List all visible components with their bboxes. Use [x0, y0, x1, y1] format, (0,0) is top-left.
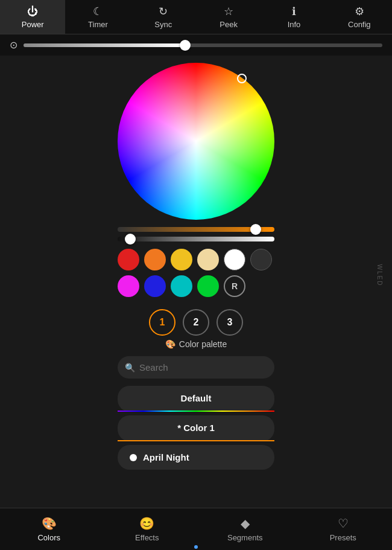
nav-item-info[interactable]: ℹ Info [261, 0, 326, 34]
preset-color1[interactable]: * Color 1 [118, 415, 274, 441]
hue-slider-thumb[interactable] [250, 224, 261, 235]
search-wrapper: 🔍 [118, 356, 274, 379]
swatch-red[interactable] [118, 249, 139, 270]
swatch-blue[interactable] [144, 275, 166, 297]
nav-label-peek: Peek [220, 20, 238, 29]
peek-icon: ☆ [224, 5, 233, 18]
preset-default[interactable]: Default [118, 386, 274, 412]
info-icon: ℹ [292, 5, 296, 18]
bottom-nav-effects-label: Effects [135, 533, 159, 542]
palette-icon: 🎨 [165, 339, 175, 349]
nav-item-sync[interactable]: ↻ Sync [131, 0, 196, 34]
brightness-icon: ⊙ [10, 39, 17, 51]
swatch-random[interactable]: R [224, 275, 245, 297]
preset-april-night[interactable]: April Night [118, 445, 274, 470]
swatch-green[interactable] [197, 275, 219, 297]
bottom-nav: 🎨 Colors 😊 Effects ◆ Segments ♡ Presets [0, 508, 392, 550]
nav-item-config[interactable]: ⚙ Config [327, 0, 392, 34]
brightness-slider[interactable] [24, 43, 382, 47]
segments-icon: ◆ [241, 516, 250, 531]
swatch-orange[interactable] [144, 249, 166, 270]
nav-label-power: Power [22, 20, 44, 29]
color-wheel[interactable] [118, 63, 274, 220]
bottom-nav-colors[interactable]: 🎨 Colors [0, 508, 98, 550]
top-nav: ⏻ Power ☾ Timer ↻ Sync ☆ Peek ℹ Info ⚙ C… [0, 0, 392, 34]
nav-item-timer[interactable]: ☾ Timer [65, 0, 130, 34]
palette-num-3[interactable]: 3 [217, 309, 243, 336]
palette-section: 1 2 3 🎨 Color palette [149, 309, 243, 349]
nav-label-sync: Sync [154, 20, 172, 29]
white-slider-thumb[interactable] [125, 234, 136, 245]
config-icon: ⚙ [355, 5, 364, 18]
sync-icon: ↻ [159, 5, 168, 18]
swatch-magenta[interactable] [118, 275, 139, 297]
bottom-nav-colors-label: Colors [37, 533, 60, 542]
colors-icon: 🎨 [42, 516, 57, 531]
swatch-row-1 [118, 249, 274, 270]
search-container: 🔍 [118, 356, 274, 379]
swatches-section: R [118, 249, 274, 302]
bottom-nav-effects[interactable]: 😊 Effects [98, 508, 197, 550]
palette-numbers: 1 2 3 [149, 309, 243, 336]
nav-label-info: Info [288, 20, 301, 29]
swatch-row-2: R [118, 275, 274, 297]
swatch-warm-white[interactable] [197, 249, 219, 270]
hue-slider[interactable] [118, 227, 274, 232]
april-night-dot [130, 454, 137, 461]
preset-april-night-label: April Night [143, 452, 189, 462]
wheel-cursor[interactable] [237, 74, 247, 83]
main-content: R 1 2 3 🎨 Color palette 🔍 Default * Colo… [0, 56, 392, 477]
wled-watermark: WLED [376, 264, 383, 286]
effects-icon: 😊 [139, 516, 154, 531]
search-input[interactable] [118, 356, 274, 379]
palette-num-1[interactable]: 1 [149, 309, 175, 336]
power-icon: ⏻ [27, 5, 38, 18]
preset-default-label: Default [181, 393, 212, 403]
bottom-nav-presets[interactable]: ♡ Presets [294, 508, 393, 550]
timer-icon: ☾ [93, 5, 103, 18]
active-indicator [194, 545, 198, 549]
sliders-section [118, 227, 274, 241]
palette-label-text: Color palette [179, 339, 227, 349]
bottom-nav-presets-label: Presets [330, 533, 356, 542]
palette-label: 🎨 Color palette [165, 339, 227, 349]
nav-item-power[interactable]: ⏻ Power [0, 0, 65, 34]
bottom-nav-segments-label: Segments [227, 533, 263, 542]
bottom-nav-segments[interactable]: ◆ Segments [196, 508, 294, 550]
nav-label-timer: Timer [88, 20, 108, 29]
presets-icon: ♡ [338, 516, 349, 531]
swatch-cyan[interactable] [171, 275, 192, 297]
preset-color1-label: * Color 1 [177, 423, 215, 433]
color-wheel-container[interactable] [118, 63, 274, 220]
palette-num-2[interactable]: 2 [183, 309, 209, 336]
white-slider[interactable] [118, 237, 274, 241]
preset-list: Default * Color 1 April Night [118, 386, 274, 470]
nav-item-peek[interactable]: ☆ Peek [196, 0, 261, 34]
search-icon: 🔍 [125, 363, 135, 373]
nav-label-config: Config [348, 20, 371, 29]
brightness-bar: ⊙ [0, 34, 392, 56]
swatch-dark[interactable] [250, 249, 272, 270]
swatch-white[interactable] [224, 249, 245, 270]
swatch-yellow[interactable] [171, 249, 192, 270]
